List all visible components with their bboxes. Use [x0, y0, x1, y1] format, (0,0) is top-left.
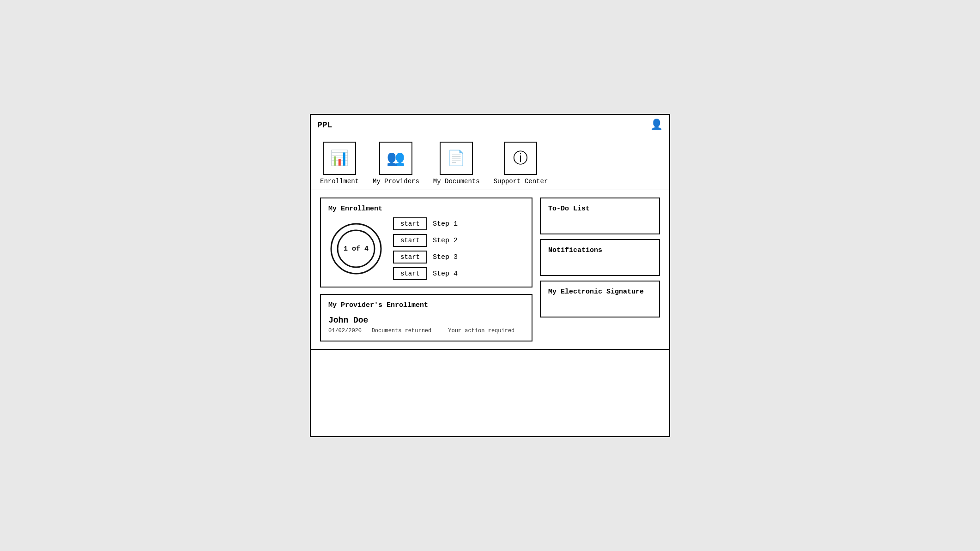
todo-list-title: To-Do List	[548, 205, 652, 213]
user-icon[interactable]: 👤	[650, 119, 663, 131]
step-row-1: start Step 1	[393, 217, 458, 230]
main-content: My Enrollment 1 of 4 start	[311, 190, 669, 349]
provider-name: John Doe	[328, 316, 524, 325]
progress-circle: 1 of 4	[328, 221, 384, 276]
provider-enrollment-title: My Provider's Enrollment	[328, 301, 524, 309]
nav-label-support-center: Support Center	[494, 178, 548, 185]
provider-status: Documents returned	[372, 328, 432, 334]
nav-bar: 📊 Enrollment 👥 My Providers 📄 My Documen…	[311, 135, 669, 190]
left-panel: My Enrollment 1 of 4 start	[320, 198, 532, 341]
step-2-button[interactable]: start	[393, 234, 427, 247]
app-title: PPL	[317, 120, 332, 130]
step-row-3: start Step 3	[393, 251, 458, 264]
my-documents-icon-box: 📄	[440, 142, 473, 175]
nav-item-my-documents[interactable]: 📄 My Documents	[433, 142, 480, 185]
nav-label-enrollment: Enrollment	[320, 178, 359, 185]
notifications-box: Notifications	[540, 239, 660, 276]
my-documents-icon: 📄	[447, 149, 466, 168]
my-enrollment-title: My Enrollment	[328, 205, 524, 213]
bottom-bar	[311, 349, 669, 365]
my-enrollment-section: My Enrollment 1 of 4 start	[320, 198, 532, 287]
title-bar: PPL 👤	[311, 115, 669, 135]
step-2-label: Step 2	[433, 237, 458, 245]
step-row-2: start Step 2	[393, 234, 458, 247]
support-center-icon: ⓘ	[513, 148, 528, 168]
todo-list-box: To-Do List	[540, 198, 660, 234]
step-4-label: Step 4	[433, 270, 458, 278]
nav-label-my-documents: My Documents	[433, 178, 480, 185]
right-panel: To-Do List Notifications My Electronic S…	[540, 198, 660, 341]
support-center-icon-box: ⓘ	[504, 142, 537, 175]
provider-date: 01/02/2020	[328, 328, 362, 334]
progress-label: 1 of 4	[344, 245, 369, 253]
provider-action: Your action required	[448, 328, 514, 334]
electronic-signature-box: My Electronic Signature	[540, 281, 660, 317]
nav-label-my-providers: My Providers	[373, 178, 419, 185]
my-providers-icon-box: 👥	[379, 142, 412, 175]
provider-enrollment-section: My Provider's Enrollment John Doe 01/02/…	[320, 294, 532, 341]
provider-enrollment-body: John Doe 01/02/2020 Documents returned Y…	[328, 314, 524, 334]
step-1-label: Step 1	[433, 220, 458, 228]
steps-list: start Step 1 start Step 2 start Step 3	[393, 217, 458, 280]
step-row-4: start Step 4	[393, 267, 458, 280]
step-1-button[interactable]: start	[393, 217, 427, 230]
nav-item-my-providers[interactable]: 👥 My Providers	[373, 142, 419, 185]
enrollment-icon: 📊	[330, 149, 349, 168]
enrollment-body: 1 of 4 start Step 1 start Step 2	[328, 217, 524, 280]
nav-item-support-center[interactable]: ⓘ Support Center	[494, 142, 548, 185]
step-4-button[interactable]: start	[393, 267, 427, 280]
nav-item-enrollment[interactable]: 📊 Enrollment	[320, 142, 359, 185]
enrollment-icon-box: 📊	[323, 142, 356, 175]
provider-meta: 01/02/2020 Documents returned Your actio…	[328, 328, 524, 334]
electronic-signature-title: My Electronic Signature	[548, 288, 652, 296]
my-providers-icon: 👥	[387, 149, 405, 168]
step-3-label: Step 3	[433, 253, 458, 261]
notifications-title: Notifications	[548, 246, 652, 254]
app-window: PPL 👤 📊 Enrollment 👥 My Providers 📄 My D…	[310, 114, 670, 437]
step-3-button[interactable]: start	[393, 251, 427, 264]
